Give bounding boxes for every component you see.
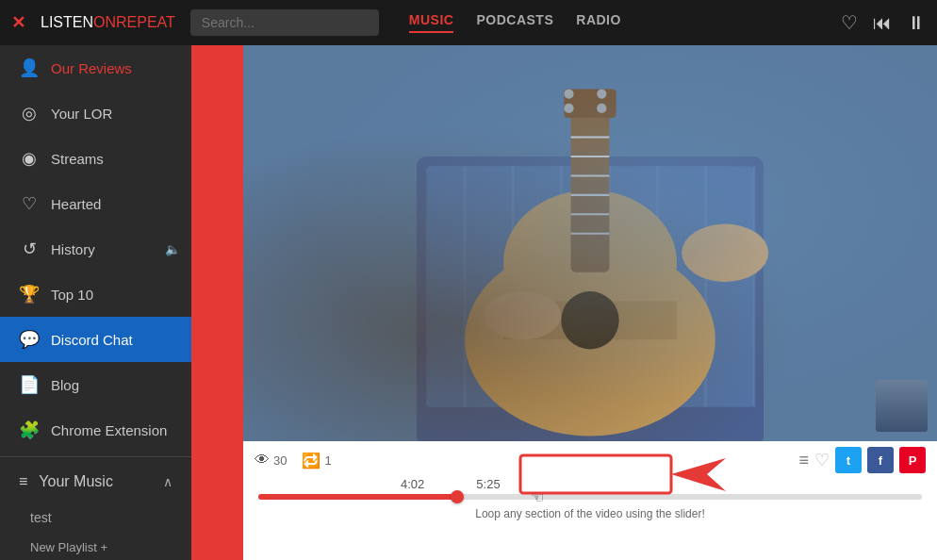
tab-radio[interactable]: RADIO	[576, 12, 621, 33]
playlist-item-test[interactable]: test	[19, 502, 191, 533]
sidebar-item-chrome-extension[interactable]: 🧩 Chrome Extension	[0, 407, 191, 453]
progress-thumb[interactable]	[451, 490, 464, 503]
time-current: 4:02	[401, 477, 424, 491]
search-input[interactable]	[190, 9, 379, 36]
sidebar-label-your-lor: Your LOR	[51, 106, 112, 122]
sidebar-item-blog[interactable]: 📄 Blog	[0, 362, 191, 407]
view-count: 30	[273, 453, 287, 468]
sidebar-label-blog: Blog	[51, 377, 79, 393]
video-background	[243, 45, 937, 441]
sidebar-item-your-music[interactable]: ≡ Your Music ∧	[0, 461, 191, 502]
progress-track[interactable]: ☜	[258, 494, 922, 500]
thumbnail-image	[876, 380, 928, 432]
sidebar-label-top10: Top 10	[51, 287, 93, 303]
facebook-share-button[interactable]: f	[867, 447, 894, 473]
progress-fill	[258, 494, 457, 500]
discord-icon: 💬	[19, 329, 40, 350]
lor-icon: ◎	[19, 103, 40, 124]
twitter-share-button[interactable]: t	[835, 447, 862, 473]
repeat-count: 1	[324, 453, 331, 468]
sidebar-item-history[interactable]: ↺ History 🔈	[0, 226, 191, 272]
hand-cursor-icon[interactable]: ☜	[531, 488, 544, 506]
pause-icon[interactable]: ⏸	[907, 12, 926, 34]
logo[interactable]: LISTEN ON REPEAT	[41, 14, 175, 31]
logo-on: ON	[93, 14, 116, 31]
loop-hint: Loop any section of the video using the …	[255, 507, 926, 520]
video-container[interactable]	[243, 45, 937, 441]
sidebar-label-chrome-extension: Chrome Extension	[51, 422, 167, 438]
queue-icon[interactable]: ≡	[798, 451, 809, 470]
sidebar-label-your-music: Your Music	[39, 473, 113, 490]
streams-icon: ◉	[19, 148, 40, 169]
heart-nav-icon: ♡	[19, 193, 40, 214]
your-music-icon: ≡	[19, 473, 27, 490]
content-area: 👁 30 🔁 1 ≡ ♡ t f P	[191, 45, 937, 560]
blog-icon: 📄	[19, 374, 40, 395]
close-logo-icon[interactable]: ✕	[11, 12, 25, 33]
sidebar-label-streams: Streams	[51, 151, 104, 167]
repeat-count-group: 🔁 1	[302, 452, 331, 469]
user-icon: 👤	[19, 58, 40, 78]
eye-icon: 👁	[255, 452, 270, 469]
prev-icon[interactable]: ⏮	[873, 12, 892, 34]
main-layout: 👤 Our Reviews ◎ Your LOR ◉ Streams ♡ Hea…	[0, 45, 937, 560]
header-icons: ♡ ⏮ ⏸	[841, 11, 926, 34]
history-icon: ↺	[19, 239, 40, 259]
video-thumbnail[interactable]	[876, 380, 928, 432]
logo-listen: LISTEN	[41, 14, 93, 31]
player-bar: 👁 30 🔁 1 ≡ ♡ t f P	[243, 441, 937, 560]
sidebar-item-top10[interactable]: 🏆 Top 10	[0, 272, 191, 317]
header: ✕ LISTEN ON REPEAT MUSIC PODCASTS RADIO …	[0, 0, 937, 45]
sidebar-label-history: History	[51, 241, 95, 257]
sidebar-label-hearted: Hearted	[51, 196, 101, 212]
pinterest-share-button[interactable]: P	[899, 447, 926, 473]
repeat-icon: 🔁	[302, 452, 321, 469]
sidebar-label-discord-chat: Discord Chat	[51, 332, 133, 348]
playlist-items: test New Playlist +	[0, 502, 191, 560]
sidebar-label-our-reviews: Our Reviews	[51, 60, 132, 76]
sidebar-item-our-reviews[interactable]: 👤 Our Reviews	[0, 45, 191, 91]
nav-tabs: MUSIC PODCASTS RADIO	[409, 12, 621, 33]
guitar-overlay	[243, 45, 937, 441]
view-count-group: 👁 30	[255, 452, 287, 469]
extension-icon: 🧩	[19, 420, 40, 440]
tab-music[interactable]: MUSIC	[409, 12, 454, 33]
heart-action-icon[interactable]: ♡	[814, 450, 830, 470]
sidebar-divider	[0, 456, 191, 457]
chevron-up-icon: ∧	[163, 474, 173, 489]
logo-repeat: REPEAT	[116, 14, 175, 31]
sidebar-item-your-lor[interactable]: ◎ Your LOR	[0, 91, 191, 136]
sidebar-item-hearted[interactable]: ♡ Hearted	[0, 181, 191, 226]
volume-icon: 🔈	[165, 242, 180, 256]
your-music-left: ≡ Your Music	[19, 473, 113, 490]
time-total: 5:25	[476, 477, 500, 491]
sidebar: 👤 Our Reviews ◎ Your LOR ◉ Streams ♡ Hea…	[0, 45, 191, 560]
sidebar-item-discord-chat[interactable]: 💬 Discord Chat	[0, 317, 191, 362]
new-playlist-button[interactable]: New Playlist +	[19, 533, 191, 560]
tab-podcasts[interactable]: PODCASTS	[476, 12, 553, 33]
red-accent-bar	[191, 45, 243, 560]
top10-icon: 🏆	[19, 284, 40, 305]
sidebar-item-streams[interactable]: ◉ Streams	[0, 136, 191, 181]
heart-icon[interactable]: ♡	[841, 11, 858, 34]
